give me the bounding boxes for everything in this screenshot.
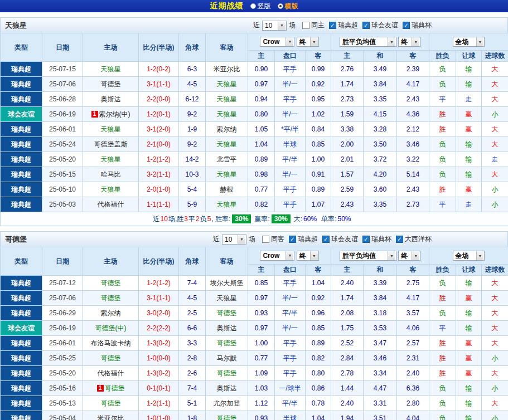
asian-odds-stage-select[interactable]: 终▼ <box>297 251 319 261</box>
home-team[interactable]: 哥德堡(中) <box>95 324 127 332</box>
away-team[interactable]: 索尔纳 <box>217 125 237 133</box>
recent-count-select[interactable]: 10▼ <box>222 235 246 245</box>
home-team[interactable]: 代格福什 <box>98 201 124 208</box>
match-row: 球会友谊 25-06-19 哥德堡(中) 2-2(2-2) 6-6 奥斯达 0.… <box>1 321 508 336</box>
checkbox-checked-icon[interactable]: ✓ <box>403 22 410 29</box>
ah-home-odds: 0.85 <box>248 276 275 291</box>
home-team[interactable]: 哥德堡 <box>105 384 125 392</box>
score-cell[interactable]: 1-0(0-0) <box>139 351 179 366</box>
home-team[interactable]: 天狼星 <box>101 155 121 163</box>
home-team[interactable]: 索尔纳 <box>101 309 121 317</box>
away-team[interactable]: 马尔默 <box>217 354 237 362</box>
home-team[interactable]: 奥斯达 <box>101 95 121 103</box>
scope-select[interactable]: 全场▼ <box>453 37 485 47</box>
home-team[interactable]: 哥德堡 <box>101 279 121 287</box>
home-team[interactable]: 哥德堡 <box>101 294 121 302</box>
checkbox-checked-icon[interactable]: ✓ <box>289 236 296 243</box>
score-cell[interactable]: 3-1(1-1) <box>139 291 179 306</box>
home-team[interactable]: 哥德堡 <box>101 399 121 407</box>
score-cell[interactable]: 1-0(1-0) <box>139 411 179 420</box>
score-cell[interactable]: 1-2(1-1) <box>139 396 179 411</box>
score-cell[interactable]: 1-2(1-2) <box>139 276 179 291</box>
home-team[interactable]: 天狼星 <box>101 185 121 193</box>
home-team[interactable]: 哥德堡盖斯 <box>94 140 128 148</box>
europe-odds-stage-select[interactable]: 终▼ <box>398 37 420 47</box>
away-team[interactable]: 哥德堡 <box>217 414 237 420</box>
europe-odds-select[interactable]: 胜平负均值▼ <box>340 251 396 261</box>
home-team[interactable]: 哥德堡 <box>101 80 121 88</box>
bookmaker-select[interactable]: Crow▼ <box>260 251 294 261</box>
score-cell[interactable]: 2-2(2-2) <box>139 321 179 336</box>
europe-odds-stage-select[interactable]: 终▼ <box>398 251 420 261</box>
away-team[interactable]: 哥德堡 <box>217 339 237 347</box>
away-team[interactable]: 天狼星 <box>217 140 237 148</box>
away-team[interactable]: 奥斯达 <box>217 384 237 392</box>
score-cell[interactable]: 3-1(2-0) <box>139 122 179 137</box>
score-cell[interactable]: 3-0(2-0) <box>139 306 179 321</box>
home-team[interactable]: 天狼星 <box>101 65 121 73</box>
wdl-result: 负 <box>429 62 456 77</box>
score-cell[interactable]: 3-2(1-1) <box>139 167 179 182</box>
filter-checkbox[interactable]: 同主 <box>302 21 325 30</box>
away-team[interactable]: 天狼星 <box>217 201 237 208</box>
away-team[interactable]: 哥德堡 <box>217 369 237 377</box>
filter-checkbox[interactable]: ✓球会友谊 <box>322 235 358 244</box>
eu-draw-odds: 3.84 <box>364 291 397 306</box>
asian-odds-stage-select[interactable]: 终▼ <box>297 37 319 47</box>
away-team[interactable]: 米亚尔比 <box>214 65 240 73</box>
home-team[interactable]: 索尔纳(中) <box>99 110 130 118</box>
score-cell[interactable]: 2-1(0-0) <box>139 137 179 152</box>
score-cell[interactable]: 1-3(0-2) <box>139 366 179 381</box>
home-team[interactable]: 天狼星 <box>101 125 121 133</box>
away-team[interactable]: 哥德堡 <box>217 309 237 317</box>
checkbox-checked-icon[interactable]: ✓ <box>362 22 370 29</box>
home-team[interactable]: 米亚尔比 <box>98 414 124 420</box>
score-cell[interactable]: 1-3(0-2) <box>139 336 179 351</box>
score-cell[interactable]: 1-2(0-2) <box>139 62 179 77</box>
recent-count-select[interactable]: 10▼ <box>262 21 287 31</box>
filter-checkbox[interactable]: ✓瑞典超 <box>289 235 318 244</box>
filter-checkbox[interactable]: ✓瑞典杯 <box>362 235 391 244</box>
score-cell[interactable]: 0-1(0-1) <box>139 381 179 396</box>
away-team[interactable]: 奥斯达 <box>217 324 237 332</box>
checkbox-checked-icon[interactable]: ✓ <box>396 236 403 243</box>
bookmaker-select[interactable]: Crow▼ <box>260 37 294 47</box>
checkbox-checked-icon[interactable]: ✓ <box>362 236 370 243</box>
away-team[interactable]: 北雪平 <box>217 155 237 163</box>
away-team[interactable]: 天狼星 <box>217 80 237 88</box>
score-cell[interactable]: 2-2(0-0) <box>139 92 179 107</box>
col-league: 类型 <box>1 247 42 276</box>
europe-odds-select[interactable]: 胜平负均值▼ <box>340 37 396 47</box>
away-team[interactable]: 天狼星 <box>217 95 237 103</box>
checkbox-unchecked-icon[interactable] <box>262 236 269 243</box>
score-cell[interactable]: 1-2(0-1) <box>139 107 179 122</box>
away-team[interactable]: 赫根 <box>220 185 234 193</box>
away-team[interactable]: 天狼星 <box>217 110 237 118</box>
score-cell[interactable]: 3-1(1-1) <box>139 77 179 92</box>
topbar: 近期战绩 竖版 横版 <box>0 0 508 12</box>
score-cell[interactable]: 2-0(1-0) <box>139 182 179 197</box>
home-team[interactable]: 布洛马波卡纳 <box>91 339 131 347</box>
home-team[interactable]: 哥德堡 <box>101 354 121 362</box>
checkbox-checked-icon[interactable]: ✓ <box>329 22 336 29</box>
filter-checkbox[interactable]: ✓球会友谊 <box>362 21 398 30</box>
away-team[interactable]: 天狼星 <box>217 294 237 302</box>
checkbox-unchecked-icon[interactable] <box>302 22 309 29</box>
scope-select[interactable]: 全场▼ <box>453 251 485 261</box>
away-team[interactable]: 埃尔夫斯堡 <box>210 279 244 287</box>
vertical-layout-radio[interactable]: 竖版 <box>250 2 271 11</box>
wdl-result: 平 <box>429 321 456 336</box>
away-team[interactable]: 天狼星 <box>217 170 237 178</box>
home-team[interactable]: 哈马比 <box>101 170 121 178</box>
away-team[interactable]: 尤尔加登 <box>214 399 240 407</box>
home-team[interactable]: 代格福什 <box>98 369 124 377</box>
score-cell[interactable]: 1-2(1-2) <box>139 152 179 167</box>
date-cell: 25-05-16 <box>42 381 83 396</box>
filter-checkbox[interactable]: 同客 <box>262 235 284 244</box>
score-cell[interactable]: 1-1(1-1) <box>139 197 179 212</box>
checkbox-checked-icon[interactable]: ✓ <box>322 236 330 243</box>
filter-checkbox[interactable]: ✓大西洋杯 <box>396 235 432 244</box>
filter-checkbox[interactable]: ✓瑞典杯 <box>403 21 432 30</box>
horizontal-layout-radio[interactable]: 横版 <box>278 2 298 11</box>
filter-checkbox[interactable]: ✓瑞典超 <box>329 21 358 30</box>
